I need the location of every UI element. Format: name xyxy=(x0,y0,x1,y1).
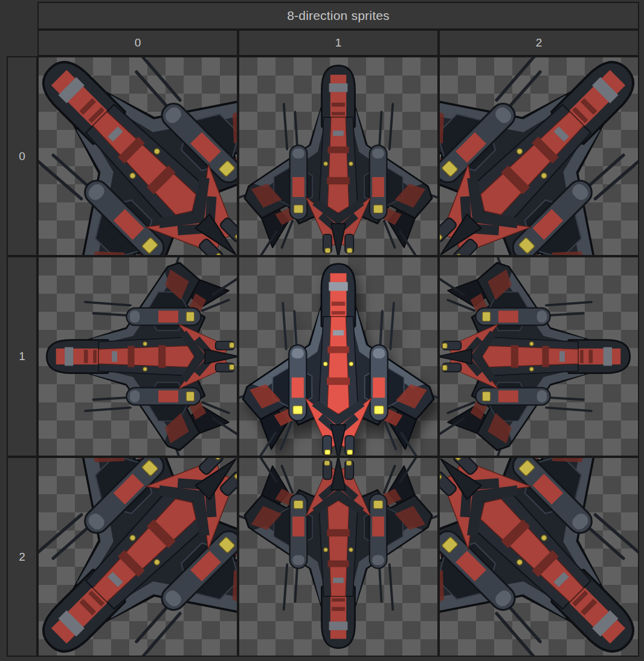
sprite-cell-r0-c2 xyxy=(439,56,639,256)
sprite-cell-r0-c0 xyxy=(37,56,238,256)
sprite-cell-r0-c1 xyxy=(238,56,439,256)
sprite-cell-r2-c0 xyxy=(37,457,238,657)
spaceship-sprite-source xyxy=(238,256,439,457)
spaceship-sprite-up-left xyxy=(37,56,238,256)
sheet-title: 8-direction sprites xyxy=(37,2,639,30)
row-header-0: 0 xyxy=(7,56,37,256)
spaceship-sprite-left xyxy=(37,256,238,457)
column-header-1: 1 xyxy=(238,30,439,56)
column-header-0: 0 xyxy=(37,30,238,56)
sprite-cell-r2-c1 xyxy=(238,457,439,657)
spaceship-sprite-down-right xyxy=(439,457,639,657)
sprite-cell-r1-c0 xyxy=(37,256,238,457)
spaceship-sprite-down-left xyxy=(37,457,238,657)
sprite-cell-r2-c2 xyxy=(439,457,639,657)
spaceship-sprite-up-right xyxy=(439,56,639,256)
column-header-2: 2 xyxy=(439,30,639,56)
spaceship-sprite-up xyxy=(238,56,439,256)
row-header-2: 2 xyxy=(7,457,37,657)
spaceship-sprite-down xyxy=(238,457,439,657)
sprite-cell-r1-c2 xyxy=(439,256,639,457)
row-header-1: 1 xyxy=(7,256,37,457)
sprite-cell-r1-c1 xyxy=(238,256,439,457)
sprite-sheet-table: 8-direction sprites 0 1 2 0 1 2 xyxy=(7,2,639,657)
table-corner-spacer xyxy=(7,2,37,56)
spaceship-sprite-right xyxy=(439,256,639,457)
